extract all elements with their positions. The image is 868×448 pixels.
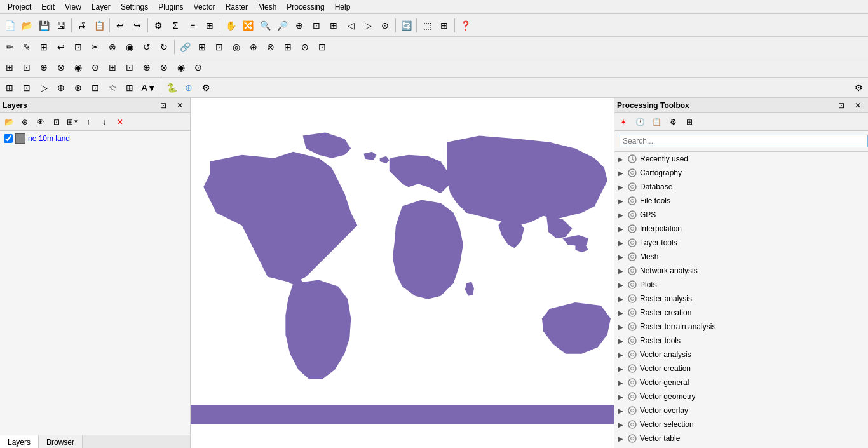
statistical-btn[interactable]: Σ [167,17,184,34]
filter-layers-btn[interactable]: ⊡ [49,114,64,130]
menu-plugins[interactable]: Plugins [153,1,188,13]
tab-layers[interactable]: Layers [0,435,39,448]
identify-btn[interactable]: ≡ [184,17,201,34]
adv-btn8[interactable]: ⊡ [121,59,138,76]
menu-vector[interactable]: Vector [189,1,220,13]
snapping-btn3[interactable]: ⊡ [211,39,227,55]
menu-help[interactable]: Help [330,1,356,13]
tree-item-cartography[interactable]: ▶Cartography [614,166,868,180]
zoom-next-btn[interactable]: ▷ [360,17,376,34]
snapping-btn5[interactable]: ⊕ [245,39,262,55]
adv-btn4[interactable]: ⊗ [53,59,69,76]
map-canvas-area[interactable] [191,98,614,448]
adv-btn11[interactable]: ◉ [173,59,189,76]
tree-item-raster-tools[interactable]: ▶Raster tools [614,334,868,348]
tree-item-gps[interactable]: ▶GPS [614,208,868,222]
pan-btn[interactable]: ✋ [222,17,239,34]
menu-processing[interactable]: Processing [281,1,329,13]
menu-raster[interactable]: Raster [220,1,253,13]
undo-btn[interactable]: ↩ [112,17,128,34]
digitize-btn7[interactable]: ⊗ [104,39,121,55]
save-as-btn[interactable]: 🖫 [53,17,69,34]
tree-item-layer-tools[interactable]: ▶Layer tools [614,236,868,250]
digitize-btn3[interactable]: ⊞ [36,39,52,55]
snapping-btn6[interactable]: ⊗ [262,39,279,55]
open-project-btn[interactable]: 📂 [18,17,35,34]
open-layer-btn[interactable]: 📂 [1,114,17,130]
zoom-previous-btn[interactable]: ◁ [342,17,359,34]
proc-history-btn[interactable]: 🕐 [632,114,648,130]
layer-name[interactable]: ne 10m land [28,134,70,143]
tree-item-vector-table[interactable]: ▶Vector table [614,431,868,445]
zoom-out-btn[interactable]: 🔎 [274,17,290,34]
proc-options-btn[interactable]: ⚙ [665,114,681,130]
tree-item-vector-analysis[interactable]: ▶Vector analysis [614,348,868,362]
layer-checkbox[interactable] [4,134,13,143]
menu-edit[interactable]: Edit [36,1,60,13]
redo-btn[interactable]: ↪ [129,17,146,34]
digitize-btn6[interactable]: ✂ [87,39,104,55]
qgis-btn[interactable]: ⊕ [180,79,197,96]
zoom-selection-btn[interactable]: ⊞ [325,17,342,34]
sel-btn7[interactable]: ☆ [104,79,121,96]
digitize-btn8[interactable]: ◉ [121,39,138,55]
tree-item-network-analysis[interactable]: ▶Network analysis [614,264,868,278]
zoom-native-btn[interactable]: ⊙ [377,17,393,34]
remove-layer-btn[interactable]: ✕ [112,114,128,130]
layers-restore-btn[interactable]: ⊡ [156,98,171,113]
new-project-btn[interactable]: 📄 [1,17,18,34]
snapping-btn7[interactable]: ⊞ [280,39,296,55]
help-btn[interactable]: ❓ [457,17,473,34]
new-spatial-bookmark-btn[interactable]: ⊞ [436,17,452,34]
layer-item[interactable]: ne 10m land [1,132,189,145]
attribute-table-btn[interactable]: ⊞ [201,17,218,34]
tree-item-plots[interactable]: ▶Plots [614,278,868,292]
print-composer-btn[interactable]: 📋 [91,17,107,34]
tree-item-interpolation[interactable]: ▶Interpolation [614,222,868,236]
snapping-btn2[interactable]: ⊞ [194,39,210,55]
tree-item-vector-general[interactable]: ▶Vector general [614,376,868,390]
tree-item-vector-tiles[interactable]: ▶Vector tiles [614,445,868,448]
menu-settings[interactable]: Settings [116,1,153,13]
layers-close-btn[interactable]: ✕ [172,98,187,113]
proc-run-btn[interactable]: ✶ [616,114,631,130]
tree-item-raster-terrain-analysis[interactable]: ▶Raster terrain analysis [614,320,868,334]
pan-to-btn[interactable]: 🔀 [240,17,256,34]
sel-btn5[interactable]: ⊗ [70,79,86,96]
zoom-full-btn[interactable]: ⊕ [291,17,308,34]
sel-btn2[interactable]: ⊡ [18,79,35,96]
tree-item-raster-creation[interactable]: ▶Raster creation [614,306,868,320]
zoom-in-btn[interactable]: 🔍 [257,17,273,34]
tab-browser[interactable]: Browser [39,435,83,448]
move-layer-up-btn[interactable]: ↑ [81,114,96,130]
menu-mesh[interactable]: Mesh [253,1,281,13]
proc-results-btn[interactable]: 📋 [649,114,664,130]
save-project-btn[interactable]: 💾 [36,17,52,34]
tree-item-vector-selection[interactable]: ▶Vector selection [614,417,868,431]
sel-btn6[interactable]: ⊡ [87,79,104,96]
snapping-btn4[interactable]: ◎ [228,39,245,55]
sel-btn8[interactable]: ⊞ [121,79,138,96]
print-btn[interactable]: 🖨 [74,17,90,34]
tree-item-vector-geometry[interactable]: ▶Vector geometry [614,390,868,404]
adv-btn10[interactable]: ⊗ [156,59,172,76]
digitize-btn10[interactable]: ↻ [156,39,172,55]
adv-btn9[interactable]: ⊕ [139,59,155,76]
spatial-bookmark-btn[interactable]: ⬚ [419,17,435,34]
processing-close-btn[interactable]: ✕ [850,98,865,113]
sel-btn4[interactable]: ⊕ [53,79,69,96]
tree-item-raster-analysis[interactable]: ▶Raster analysis [614,292,868,306]
tree-item-vector-overlay[interactable]: ▶Vector overlay [614,404,868,417]
snapping-btn8[interactable]: ⊙ [297,39,313,55]
tree-item-mesh[interactable]: ▶Mesh [614,250,868,264]
sel-btn3[interactable]: ▷ [36,79,52,96]
layer-props-btn[interactable]: ⊞▼ [65,114,80,130]
digitize-btn5[interactable]: ⊡ [70,39,86,55]
settings-btn[interactable]: ⚙ [850,79,867,96]
refresh-btn[interactable]: 🔄 [398,17,414,34]
processing-search-input[interactable] [620,135,868,147]
digitize-btn1[interactable]: ✏ [1,39,18,55]
python-btn[interactable]: 🐍 [163,79,180,96]
tree-item-recently-used[interactable]: ▶Recently used [614,152,868,166]
move-layer-down-btn[interactable]: ↓ [97,114,112,130]
